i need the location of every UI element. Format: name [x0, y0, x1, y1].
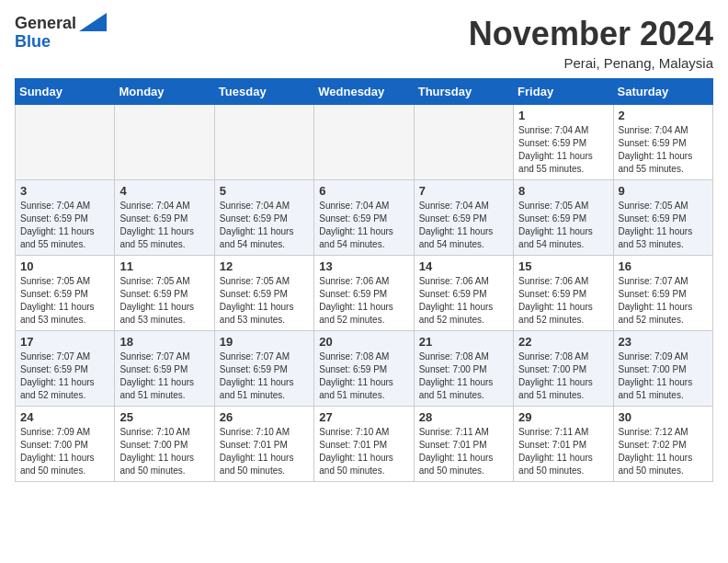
day-info: Sunrise: 7:07 AMSunset: 6:59 PMDaylight:…	[119, 350, 209, 402]
calendar-day-cell: 5Sunrise: 7:04 AMSunset: 6:59 PMDaylight…	[214, 180, 313, 256]
calendar-day-cell: 24Sunrise: 7:09 AMSunset: 7:00 PMDayligh…	[16, 407, 115, 482]
day-number: 29	[518, 410, 608, 424]
calendar-day-cell: 16Sunrise: 7:07 AMSunset: 6:59 PMDayligh…	[613, 256, 712, 331]
day-number: 17	[20, 335, 109, 349]
calendar-day-cell: 29Sunrise: 7:11 AMSunset: 7:01 PMDayligh…	[514, 407, 613, 482]
day-number: 25	[119, 410, 209, 424]
calendar-day-cell: 17Sunrise: 7:07 AMSunset: 6:59 PMDayligh…	[16, 331, 115, 407]
calendar-day-cell: 14Sunrise: 7:06 AMSunset: 6:59 PMDayligh…	[414, 256, 513, 331]
day-info: Sunrise: 7:07 AMSunset: 6:59 PMDaylight:…	[619, 275, 708, 327]
calendar-week-row: 17Sunrise: 7:07 AMSunset: 6:59 PMDayligh…	[16, 331, 713, 407]
calendar-day-cell: 23Sunrise: 7:09 AMSunset: 7:00 PMDayligh…	[613, 331, 712, 407]
day-info: Sunrise: 7:05 AMSunset: 6:59 PMDaylight:…	[119, 275, 209, 327]
month-title: November 2024	[469, 15, 713, 53]
calendar-header-saturday: Saturday	[613, 79, 712, 105]
day-info: Sunrise: 7:04 AMSunset: 6:59 PMDaylight:…	[518, 124, 608, 176]
day-number: 22	[518, 335, 608, 349]
calendar-day-cell	[314, 105, 414, 180]
day-number: 12	[220, 259, 309, 273]
day-info: Sunrise: 7:11 AMSunset: 7:01 PMDaylight:…	[419, 426, 508, 477]
day-info: Sunrise: 7:05 AMSunset: 6:59 PMDaylight:…	[220, 275, 309, 327]
day-info: Sunrise: 7:05 AMSunset: 6:59 PMDaylight:…	[20, 275, 109, 327]
day-info: Sunrise: 7:07 AMSunset: 6:59 PMDaylight:…	[20, 350, 109, 402]
calendar-day-cell: 21Sunrise: 7:08 AMSunset: 7:00 PMDayligh…	[414, 331, 513, 407]
day-info: Sunrise: 7:08 AMSunset: 6:59 PMDaylight:…	[319, 350, 408, 402]
day-number: 15	[518, 259, 608, 273]
day-info: Sunrise: 7:12 AMSunset: 7:02 PMDaylight:…	[619, 426, 708, 477]
calendar-header-sunday: Sunday	[16, 79, 115, 105]
day-number: 11	[119, 259, 209, 273]
calendar-week-row: 10Sunrise: 7:05 AMSunset: 6:59 PMDayligh…	[16, 256, 713, 331]
day-info: Sunrise: 7:04 AMSunset: 6:59 PMDaylight:…	[119, 200, 209, 251]
calendar-day-cell	[414, 105, 513, 180]
calendar-header-row: SundayMondayTuesdayWednesdayThursdayFrid…	[16, 79, 713, 105]
calendar-day-cell: 2Sunrise: 7:04 AMSunset: 6:59 PMDaylight…	[613, 105, 712, 180]
calendar-day-cell: 11Sunrise: 7:05 AMSunset: 6:59 PMDayligh…	[115, 256, 214, 331]
calendar-day-cell: 26Sunrise: 7:10 AMSunset: 7:01 PMDayligh…	[214, 407, 313, 482]
calendar-day-cell: 20Sunrise: 7:08 AMSunset: 6:59 PMDayligh…	[314, 331, 414, 407]
calendar-day-cell: 4Sunrise: 7:04 AMSunset: 6:59 PMDaylight…	[115, 180, 214, 256]
calendar-header-thursday: Thursday	[414, 79, 513, 105]
calendar-day-cell: 28Sunrise: 7:11 AMSunset: 7:01 PMDayligh…	[414, 407, 513, 482]
calendar-week-row: 1Sunrise: 7:04 AMSunset: 6:59 PMDaylight…	[16, 105, 713, 180]
day-number: 7	[419, 184, 508, 198]
logo-icon	[79, 13, 107, 31]
calendar-header-wednesday: Wednesday	[314, 79, 414, 105]
calendar-day-cell: 12Sunrise: 7:05 AMSunset: 6:59 PMDayligh…	[214, 256, 313, 331]
page-header: General Blue November 2024 Perai, Penang…	[15, 15, 713, 71]
svg-marker-0	[79, 13, 107, 31]
logo-text-general: General	[15, 15, 76, 33]
day-number: 19	[220, 335, 309, 349]
day-number: 10	[20, 259, 109, 273]
day-number: 1	[518, 109, 608, 122]
calendar-header-monday: Monday	[115, 79, 214, 105]
calendar-day-cell: 3Sunrise: 7:04 AMSunset: 6:59 PMDaylight…	[16, 180, 115, 256]
calendar-table: SundayMondayTuesdayWednesdayThursdayFrid…	[15, 78, 713, 482]
day-number: 5	[220, 184, 309, 198]
day-info: Sunrise: 7:06 AMSunset: 6:59 PMDaylight:…	[518, 275, 608, 327]
calendar-day-cell: 27Sunrise: 7:10 AMSunset: 7:01 PMDayligh…	[314, 407, 414, 482]
calendar-day-cell: 10Sunrise: 7:05 AMSunset: 6:59 PMDayligh…	[16, 256, 115, 331]
calendar-day-cell: 6Sunrise: 7:04 AMSunset: 6:59 PMDaylight…	[314, 180, 414, 256]
calendar-day-cell: 8Sunrise: 7:05 AMSunset: 6:59 PMDaylight…	[514, 180, 613, 256]
calendar-day-cell	[214, 105, 313, 180]
day-number: 9	[619, 184, 708, 198]
calendar-week-row: 3Sunrise: 7:04 AMSunset: 6:59 PMDaylight…	[16, 180, 713, 256]
day-number: 13	[319, 259, 408, 273]
day-number: 21	[419, 335, 508, 349]
day-info: Sunrise: 7:09 AMSunset: 7:00 PMDaylight:…	[20, 426, 109, 477]
calendar-day-cell: 7Sunrise: 7:04 AMSunset: 6:59 PMDaylight…	[414, 180, 513, 256]
day-info: Sunrise: 7:04 AMSunset: 6:59 PMDaylight:…	[220, 200, 309, 251]
calendar-day-cell: 18Sunrise: 7:07 AMSunset: 6:59 PMDayligh…	[115, 331, 214, 407]
logo-text-blue: Blue	[15, 33, 51, 52]
day-number: 23	[619, 335, 708, 349]
title-block: November 2024 Perai, Penang, Malaysia	[469, 15, 713, 71]
day-info: Sunrise: 7:04 AMSunset: 6:59 PMDaylight:…	[20, 200, 109, 251]
day-number: 2	[619, 109, 708, 122]
calendar-day-cell: 22Sunrise: 7:08 AMSunset: 7:00 PMDayligh…	[514, 331, 613, 407]
day-info: Sunrise: 7:06 AMSunset: 6:59 PMDaylight:…	[419, 275, 508, 327]
day-info: Sunrise: 7:08 AMSunset: 7:00 PMDaylight:…	[419, 350, 508, 402]
calendar-day-cell: 19Sunrise: 7:07 AMSunset: 6:59 PMDayligh…	[214, 331, 313, 407]
day-number: 18	[119, 335, 209, 349]
calendar-day-cell: 30Sunrise: 7:12 AMSunset: 7:02 PMDayligh…	[613, 407, 712, 482]
day-info: Sunrise: 7:09 AMSunset: 7:00 PMDaylight:…	[619, 350, 708, 402]
logo: General Blue	[15, 15, 107, 52]
day-number: 20	[319, 335, 408, 349]
day-info: Sunrise: 7:05 AMSunset: 6:59 PMDaylight:…	[619, 200, 708, 251]
calendar-day-cell: 25Sunrise: 7:10 AMSunset: 7:00 PMDayligh…	[115, 407, 214, 482]
day-info: Sunrise: 7:10 AMSunset: 7:01 PMDaylight:…	[220, 426, 309, 477]
day-number: 24	[20, 410, 109, 424]
day-info: Sunrise: 7:04 AMSunset: 6:59 PMDaylight:…	[419, 200, 508, 251]
calendar-day-cell: 15Sunrise: 7:06 AMSunset: 6:59 PMDayligh…	[514, 256, 613, 331]
day-number: 14	[419, 259, 508, 273]
calendar-week-row: 24Sunrise: 7:09 AMSunset: 7:00 PMDayligh…	[16, 407, 713, 482]
day-info: Sunrise: 7:05 AMSunset: 6:59 PMDaylight:…	[518, 200, 608, 251]
calendar-header-tuesday: Tuesday	[214, 79, 313, 105]
calendar-day-cell	[115, 105, 214, 180]
day-info: Sunrise: 7:04 AMSunset: 6:59 PMDaylight:…	[319, 200, 408, 251]
calendar-day-cell: 13Sunrise: 7:06 AMSunset: 6:59 PMDayligh…	[314, 256, 414, 331]
day-info: Sunrise: 7:06 AMSunset: 6:59 PMDaylight:…	[319, 275, 408, 327]
calendar-day-cell: 1Sunrise: 7:04 AMSunset: 6:59 PMDaylight…	[514, 105, 613, 180]
day-number: 27	[319, 410, 408, 424]
